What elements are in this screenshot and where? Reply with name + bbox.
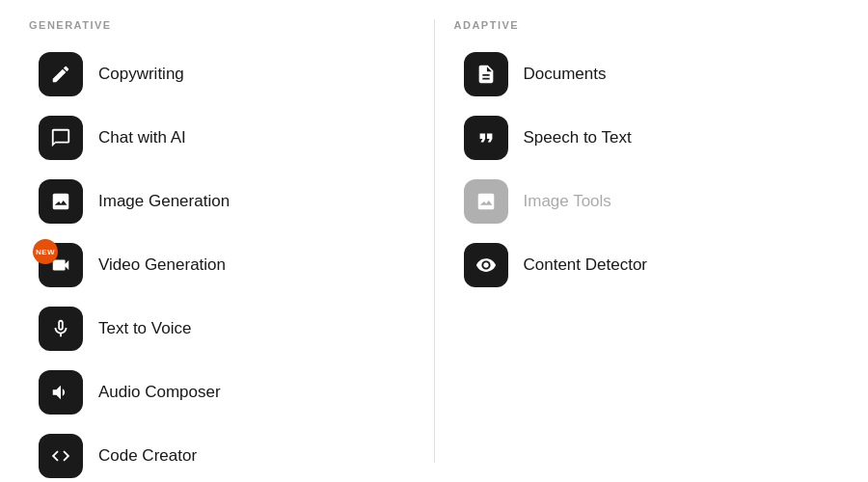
generative-list: Copywriting Chat with AI Image Gener [29, 44, 415, 482]
code-icon [50, 445, 71, 467]
image-generation-label: Image Generation [98, 192, 230, 211]
chat-with-ai-icon-box [39, 116, 83, 160]
menu-item-chat-with-ai[interactable]: Chat with AI [29, 108, 415, 168]
speech-to-text-icon-box [464, 116, 508, 160]
speaker-icon [50, 382, 71, 403]
column-divider [434, 19, 435, 463]
copywriting-icon-box [39, 52, 83, 96]
mic-icon [50, 318, 71, 339]
audio-composer-label: Audio Composer [98, 383, 221, 402]
image-tools-icon [475, 191, 497, 212]
generative-column: GENERATIVE Copywriting Chat with AI [29, 19, 415, 463]
new-badge: NEW [33, 239, 58, 264]
content-detector-icon-box [464, 243, 508, 287]
chat-with-ai-label: Chat with AI [98, 128, 186, 147]
menu-item-audio-composer[interactable]: Audio Composer [29, 362, 415, 422]
menu-item-copywriting[interactable]: Copywriting [29, 44, 415, 104]
content-detector-label: Content Detector [524, 255, 648, 275]
adaptive-label: ADAPTIVE [454, 19, 840, 31]
image-tools-label: Image Tools [524, 192, 611, 211]
adaptive-list: Documents Speech to Text Image Tools [454, 44, 840, 295]
menu-item-speech-to-text[interactable]: Speech to Text [454, 108, 840, 168]
documents-icon-box [464, 52, 508, 96]
pencil-icon [50, 64, 71, 85]
menu-item-content-detector[interactable]: Content Detector [454, 235, 840, 295]
image-tools-icon-box [464, 179, 508, 224]
video-generation-label: Video Generation [98, 255, 226, 275]
image-icon [50, 191, 71, 212]
menu-item-image-tools[interactable]: Image Tools [454, 172, 840, 231]
documents-label: Documents [524, 65, 607, 84]
audio-composer-icon-box [39, 370, 83, 415]
menu-item-image-generation[interactable]: Image Generation [29, 172, 415, 231]
text-to-voice-label: Text to Voice [98, 319, 191, 338]
code-creator-label: Code Creator [98, 446, 197, 466]
menu-item-documents[interactable]: Documents [454, 44, 840, 104]
copywriting-label: Copywriting [98, 65, 184, 84]
eye-icon [475, 254, 497, 276]
adaptive-column: ADAPTIVE Documents Speech to Text [454, 19, 840, 463]
menu-item-code-creator[interactable]: Code Creator [29, 426, 415, 482]
speech-to-text-label: Speech to Text [524, 128, 632, 147]
menu-item-video-generation[interactable]: NEW Video Generation [29, 235, 415, 295]
code-creator-icon-box [39, 434, 83, 478]
generative-label: GENERATIVE [29, 19, 415, 31]
chat-icon [50, 127, 71, 148]
quote-icon [475, 127, 497, 148]
menu-item-text-to-voice[interactable]: Text to Voice [29, 299, 415, 359]
doc-icon [475, 64, 497, 85]
image-generation-icon-box [39, 179, 83, 224]
text-to-voice-icon-box [39, 307, 83, 351]
